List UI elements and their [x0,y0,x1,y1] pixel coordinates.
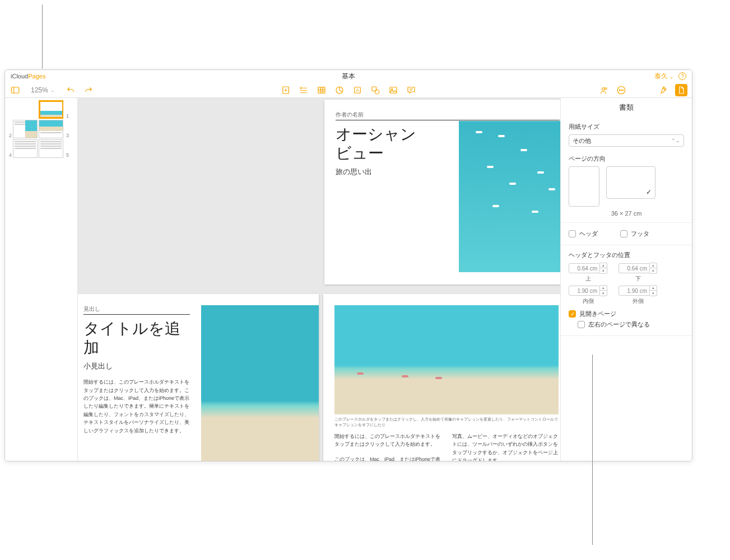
media-icon[interactable] [388,85,399,96]
body-text[interactable]: 開始するには、このプレースホルダテキストをタップまたはクリックして入力を始めます… [334,432,441,449]
stepper-up-icon[interactable]: ▴ [600,263,607,268]
stepper-down-icon[interactable]: ▾ [600,268,607,273]
margin-bottom-stepper[interactable]: ▴▾ [619,263,657,274]
svg-rect-0 [11,87,19,93]
page-title[interactable]: オーシャンビュー [336,125,431,162]
user-menu[interactable]: 泰久 ⌄ [654,72,674,81]
body-text[interactable]: このブックは、Mac、iPad、またはiPhoneで表示したり編集 [334,455,441,461]
sidebar-toggle-icon[interactable] [10,85,21,96]
svg-point-24 [605,87,607,89]
margin-outer-stepper[interactable]: ▴▾ [619,285,657,296]
svg-point-23 [602,87,605,90]
callout-line-bottom [592,354,593,545]
svg-point-26 [619,90,620,91]
beach-wide-image[interactable] [334,305,559,414]
brand: iCloudPages [11,73,45,80]
insert-icon[interactable] [298,85,309,96]
add-page-icon[interactable] [280,85,291,96]
different-lr-checkbox-row[interactable]: 左右のページで異なる [569,319,684,330]
callout-line-top [42,4,43,69]
hf-position-label: ヘッダとフッタの位置 [569,251,684,259]
toolbar: 125%⌄ A [5,82,692,98]
page-subtitle[interactable]: 小見出し [83,361,190,371]
text-icon[interactable]: A [352,85,363,96]
document-canvas[interactable]: 作者の名前 オーシャンビュー 旅の思い出 [78,98,560,461]
svg-point-27 [621,90,622,91]
more-icon[interactable] [616,85,627,96]
stepper-up-icon[interactable]: ▴ [650,286,657,291]
thumbnail-number: 5 [64,152,69,158]
thumbnail-page-5[interactable] [39,139,63,158]
checkbox[interactable] [578,321,585,328]
paper-size-label: 用紙サイズ [569,123,684,131]
document-title: 基本 [342,72,355,81]
stepper-down-icon[interactable]: ▾ [600,291,607,296]
beach-image[interactable] [201,305,319,461]
chart-icon[interactable] [334,85,345,96]
facing-pages-checkbox-row[interactable]: 見開きページ [569,309,684,319]
page-dimensions: 36 × 27 cm [569,210,684,217]
redo-icon[interactable] [83,85,94,96]
thumbnail-number: 4 [7,152,12,158]
brand-icloud: iCloud [11,73,28,80]
footer-checkbox-row[interactable]: フッタ [620,228,649,239]
body-text[interactable]: 開始するには、このプレースホルダテキストをタップまたはクリックして入力を始めます… [83,378,190,435]
app-window: iCloudPages 基本 泰久 ⌄ ? 125%⌄ A [4,69,692,461]
page-1[interactable]: 作者の名前 オーシャンビュー 旅の思い出 [324,100,560,284]
page-2[interactable]: 見出し タイトルを追加 小見出し 開始するには、このプレースホルダテキストをタッ… [78,294,319,461]
author-label[interactable]: 作者の名前 [336,111,560,120]
checkbox[interactable] [620,230,627,237]
svg-rect-19 [390,87,397,93]
orientation-portrait-button[interactable] [569,166,599,207]
margin-top-stepper[interactable]: ▴▾ [569,263,607,274]
svg-point-28 [622,90,624,91]
chevron-updown-icon: ⌃⌄ [671,138,680,143]
help-icon[interactable]: ? [678,72,686,80]
body-text[interactable]: 写真、ムービー、オーディオなどのオブジェクトには、ツールバーのいずれかの挿入ボタ… [452,432,559,461]
stepper-down-icon[interactable]: ▾ [650,268,657,273]
document-settings-button[interactable] [675,84,687,96]
thumbnail-page-1[interactable] [39,100,63,119]
brand-pages: Pages [28,73,45,80]
collaborate-icon[interactable] [598,85,609,96]
svg-point-18 [375,90,379,94]
shape-icon[interactable] [370,85,381,96]
page-subtitle[interactable]: 旅の思い出 [336,167,431,177]
table-icon[interactable] [316,85,327,96]
margin-inner-stepper[interactable]: ▴▾ [569,285,607,296]
stepper-up-icon[interactable]: ▴ [600,286,607,291]
thumbnail-page-4[interactable] [13,139,38,158]
paper-size-select[interactable]: その他 ⌃⌄ [569,134,684,147]
checkbox[interactable] [569,230,576,237]
thumbnail-number: 1 [64,113,69,119]
undo-icon[interactable] [65,85,76,96]
thumbnail-number: 3 [64,133,69,138]
orientation-landscape-button[interactable]: ✓ [606,166,655,199]
format-brush-icon[interactable] [657,85,668,96]
inspector-title: 書類 [561,98,692,117]
page-3[interactable]: このプレースホルダをタップまたはクリックし、入力を始めて画像のキャプションを変更… [323,294,560,461]
heading-label[interactable]: 見出し [83,305,190,315]
checkbox[interactable] [569,310,576,318]
check-icon: ✓ [646,188,652,196]
orientation-label: ページの方向 [569,155,684,163]
titlebar: iCloudPages 基本 泰久 ⌄ ? [5,70,692,82]
page-thumbnails-panel: 1 2 3 4 5 [5,98,78,461]
svg-rect-9 [318,87,325,93]
ocean-image[interactable] [459,121,560,272]
comment-icon[interactable] [406,85,417,96]
image-caption[interactable]: このプレースホルダをタップまたはクリックし、入力を始めて画像のキャプションを変更… [334,417,559,428]
thumbnail-page-2[interactable] [13,120,38,138]
thumbnail-number: 2 [7,133,12,138]
stepper-up-icon[interactable]: ▴ [650,263,657,268]
svg-point-5 [300,87,302,88]
zoom-dropdown[interactable]: 125%⌄ [27,85,58,95]
page-title[interactable]: タイトルを追加 [83,319,190,357]
svg-text:A: A [356,88,359,93]
header-checkbox-row[interactable]: ヘッダ [569,228,598,239]
stepper-down-icon[interactable]: ▾ [650,291,657,296]
thumbnail-page-3[interactable] [39,120,63,138]
inspector-panel: 書類 用紙サイズ その他 ⌃⌄ ページの方向 ✓ 36 × 27 cm [560,98,692,461]
